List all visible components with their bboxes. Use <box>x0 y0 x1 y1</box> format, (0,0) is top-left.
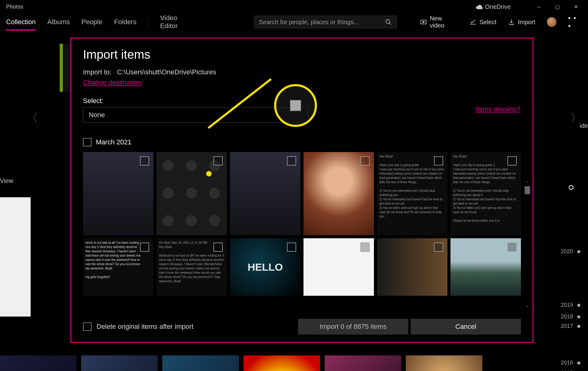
annotation-dot <box>206 171 212 176</box>
thumbnail[interactable] <box>156 152 227 235</box>
thumbnail[interactable] <box>303 238 374 296</box>
scroll-down-icon[interactable]: ⌄ <box>525 303 530 308</box>
select-button[interactable]: Select <box>469 19 496 26</box>
bg-thumb <box>0 197 31 317</box>
bg-thumb[interactable] <box>325 355 401 371</box>
thumb-checkbox[interactable] <box>287 243 296 252</box>
import-icon <box>508 19 515 25</box>
thumbnail[interactable]: strom is not bad at all! I've been rooti… <box>83 238 153 296</box>
delete-after-checkbox[interactable] <box>83 322 92 331</box>
annotation-circle <box>274 84 317 127</box>
thumb-checkbox[interactable] <box>140 156 149 165</box>
timeline-year[interactable]: 2017 <box>561 323 573 329</box>
app-title: Photos <box>6 4 23 10</box>
timeline-year[interactable]: 2020 <box>561 248 573 255</box>
top-nav: Collection Albums People Folders Video E… <box>0 14 588 31</box>
annotation-checkbox-zoom <box>290 100 301 111</box>
thumb-checkbox[interactable] <box>434 156 443 165</box>
timeline-year[interactable]: 2018 <box>561 313 573 320</box>
items-missing-link[interactable]: Items missing? <box>475 105 520 113</box>
timeline-year[interactable]: 2005 <box>561 370 573 371</box>
new-video-button[interactable]: New video <box>420 15 458 29</box>
import-button[interactable]: Import <box>508 19 535 26</box>
bg-view-label: View <box>0 177 13 184</box>
thumb-checkbox[interactable] <box>507 243 517 252</box>
thumb-checkbox[interactable] <box>507 156 517 165</box>
bg-thumb[interactable] <box>243 355 320 371</box>
user-avatar[interactable] <box>547 17 557 27</box>
thumbnail[interactable] <box>377 238 447 296</box>
bg-thumb[interactable]: CAPTAINMARVEL <box>162 355 239 371</box>
titlebar: Photos OneDrive ─ ▢ ✕ <box>0 0 588 14</box>
search-input[interactable] <box>259 19 385 26</box>
import-path: C:\Users\shutt\OneDrive\Pictures <box>117 68 216 76</box>
tab-folders[interactable]: Folders <box>114 15 136 29</box>
scroll-up-icon[interactable]: ⌃ <box>525 181 530 186</box>
thumbnail[interactable]: HELLO <box>230 238 300 296</box>
thumbnail[interactable]: Hey Brad!Hope your day is going great :)… <box>450 152 521 235</box>
video-icon <box>420 19 427 25</box>
bg-thumb[interactable] <box>0 355 77 371</box>
thumb-checkbox[interactable] <box>213 156 223 165</box>
svg-line-1 <box>389 23 391 25</box>
import-to-label: Import to: <box>83 68 111 76</box>
thumb-checkbox[interactable] <box>213 243 223 252</box>
search-box[interactable] <box>254 16 397 28</box>
thumbnail[interactable] <box>450 238 521 296</box>
timeline-current-marker[interactable] <box>569 185 574 190</box>
import-dialog: Import items Import to: C:\Users\shutt\O… <box>70 38 533 343</box>
thumb-checkbox[interactable] <box>360 156 370 165</box>
thumbnail[interactable] <box>303 152 374 235</box>
search-icon <box>385 19 392 25</box>
carousel-prev[interactable]: 〈 <box>26 110 38 126</box>
window-maximize[interactable]: ▢ <box>548 0 567 14</box>
more-button[interactable]: • • • <box>568 14 582 30</box>
thumbnail[interactable]: Hey Brad!Hope your day is going greatI w… <box>377 152 447 235</box>
tab-people[interactable]: People <box>81 15 103 29</box>
timeline-year[interactable]: 2016 <box>561 360 573 366</box>
import-label: Import <box>518 19 535 26</box>
delete-after-label: Delete original items after import <box>96 323 194 331</box>
window-minimize[interactable]: ─ <box>530 0 548 14</box>
new-video-label: New video <box>430 15 458 29</box>
hello-text: HELLO <box>247 261 283 273</box>
thumb-checkbox[interactable] <box>360 243 370 252</box>
cloud-icon <box>476 5 483 9</box>
thumbnail[interactable] <box>230 152 300 235</box>
onedrive-label: OneDrive <box>485 3 511 10</box>
svg-marker-3 <box>423 21 424 23</box>
select-icon <box>469 19 476 25</box>
thumbnail[interactable] <box>83 152 153 235</box>
bg-thumb[interactable] <box>81 355 158 371</box>
dialog-scrollbar[interactable]: ⌃ ⌄ <box>525 181 530 308</box>
tab-albums[interactable]: Albums <box>47 15 70 29</box>
nav-divider <box>148 18 149 26</box>
tab-video-editor[interactable]: Video Editor <box>160 11 196 33</box>
dialog-footer: Delete original items after import Impor… <box>83 310 521 335</box>
month-checkbox[interactable] <box>83 138 92 147</box>
thumbnail-grid: Hey Brad!Hope your day is going greatI w… <box>83 152 521 296</box>
window-close[interactable]: ✕ <box>567 0 585 14</box>
year-timeline[interactable]: 2020 2019 2018 2017 2016 2005 <box>561 187 580 371</box>
thumb-checkbox[interactable] <box>434 243 443 252</box>
timeline-year[interactable]: 2019 <box>561 302 573 308</box>
tab-collection[interactable]: Collection <box>6 15 36 29</box>
thumbnail[interactable]: On Wed, Mar 10, 2021 at 11:26 PMHey Brad… <box>156 238 227 296</box>
thumb-checkbox[interactable] <box>287 156 296 165</box>
dialog-title: Import items <box>83 48 521 61</box>
scroll-thumb[interactable] <box>525 186 530 194</box>
thumb-checkbox[interactable] <box>140 243 149 252</box>
svg-point-0 <box>386 20 390 24</box>
select-value: None <box>89 111 105 119</box>
bg-text-ide: ide <box>580 122 588 129</box>
bg-thumb[interactable] <box>406 355 482 371</box>
cancel-button[interactable]: Cancel <box>411 319 521 335</box>
import-confirm-button[interactable]: Import 0 of 8875 items <box>298 319 408 335</box>
select-label: Select <box>479 19 496 26</box>
month-label: March 2021 <box>96 138 131 146</box>
onedrive-status[interactable]: OneDrive <box>476 3 511 10</box>
